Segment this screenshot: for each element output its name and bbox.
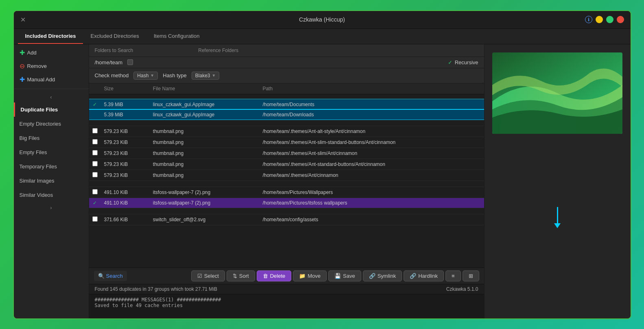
cell-path: /home/team/Downloads: [259, 109, 484, 120]
header-filename: File Name: [150, 83, 260, 94]
cell-size: 579.23 KiB: [101, 170, 150, 181]
table-row[interactable]: 371.66 KiB switch_slider_off@2.svg /home…: [89, 214, 484, 225]
cell-filename: switch_slider_off@2.svg: [150, 214, 260, 225]
sidebar-expand-button[interactable]: ›: [14, 202, 89, 213]
tab-items-configuration[interactable]: Items Configuration: [146, 29, 207, 44]
group-separator-2: [89, 120, 484, 126]
cell-path: /home/team/Pictures/itsfoss wallpapers: [259, 198, 484, 208]
close-icon[interactable]: ✕: [20, 16, 26, 24]
directory-path: /home/team: [95, 59, 123, 65]
row-checkbox[interactable]: [92, 189, 98, 194]
cell-filename: itsfoss-wallpaper-7 (2).png: [150, 198, 260, 208]
sidebar-item-similar-videos[interactable]: Similar Videos: [14, 188, 89, 202]
directory-checkbox[interactable]: [127, 59, 133, 65]
sidebar-collapse-button[interactable]: ‹: [14, 92, 89, 102]
tab-included-directories[interactable]: Included Directories: [18, 29, 83, 44]
cell-filename: linux_czkawk_gui.AppImage: [150, 99, 260, 109]
row-checkbox[interactable]: [92, 150, 98, 155]
cell-size: 491.10 KiB: [101, 198, 150, 208]
sidebar-item-similar-images[interactable]: Similar Images: [14, 174, 89, 188]
sort-button[interactable]: ⇅ Sort: [227, 270, 255, 281]
row-checkbox[interactable]: [92, 172, 98, 177]
remove-icon: ⊖: [20, 62, 25, 70]
cell-filename: thumbnail.png: [150, 159, 260, 170]
cell-filename: itsfoss-wallpaper-7 (2).png: [150, 187, 260, 198]
cell-size: 491.10 KiB: [101, 187, 150, 198]
file-table-container[interactable]: Size File Name Path ✓: [89, 83, 484, 268]
preview-image: [492, 52, 622, 134]
extra-button-2[interactable]: ⊞: [463, 270, 479, 281]
window-title: Czkawka (Hiccup): [299, 16, 345, 23]
cell-path: /home/team/.themes/Ant-standard-buttons/…: [259, 159, 484, 170]
delete-button[interactable]: 🗑 Delete: [257, 270, 292, 281]
recursive-toggle: ✓ Recursive: [448, 59, 478, 65]
row-checkbox[interactable]: [92, 216, 98, 222]
status-message: Found 145 duplicates in 37 groups which …: [95, 286, 218, 292]
checkbox-checked-icon: ✓: [93, 200, 97, 206]
main-content: ✚ Add ⊖ Remove ✚ Manual Add ‹ Duplicate …: [14, 44, 631, 318]
table-row[interactable]: 579.23 KiB thumbnail.png /home/team/.the…: [89, 170, 484, 181]
hash-type-dropdown[interactable]: Blake3 ▼: [192, 72, 220, 80]
row-checkbox[interactable]: [92, 139, 98, 144]
row-checkbox-cell[interactable]: ✓: [89, 99, 101, 109]
table-header-row: Size File Name Path: [89, 83, 484, 94]
window-controls: ℹ: [585, 16, 624, 23]
cell-size: 579.23 KiB: [101, 159, 150, 170]
cell-filename: thumbnail.png: [150, 170, 260, 181]
tab-excluded-directories[interactable]: Excluded Directories: [83, 29, 146, 44]
row-checkbox[interactable]: [92, 128, 98, 133]
reference-folders-label: Reference Folders: [198, 48, 238, 53]
move-button[interactable]: 📁 Move: [293, 270, 327, 281]
directory-header: Folders to Search Reference Folders: [89, 44, 484, 57]
cell-filename: thumbnail.png: [150, 148, 260, 159]
cell-filename: thumbnail.png: [150, 126, 260, 137]
log-line-1: ############### MESSAGES(1) ############…: [95, 297, 478, 303]
cell-size: 371.66 KiB: [101, 214, 150, 225]
cell-path: /home/team/Pictures/Wallpapers: [259, 187, 484, 198]
select-icon: ☑: [197, 273, 202, 279]
close-button[interactable]: [617, 16, 624, 23]
table-row[interactable]: 579.23 KiB thumbnail.png /home/team/.the…: [89, 126, 484, 137]
sidebar-item-empty-directories[interactable]: Empty Directories: [14, 117, 89, 131]
hardlink-button[interactable]: 🔗 Hardlink: [404, 270, 444, 281]
table-row[interactable]: 579.23 KiB thumbnail.png /home/team/.the…: [89, 159, 484, 170]
cell-size: 579.23 KiB: [101, 126, 150, 137]
check-method-dropdown[interactable]: Hash ▼: [133, 72, 158, 80]
status-bar: Found 145 duplicates in 37 groups which …: [89, 284, 484, 294]
sidebar-item-temporary-files[interactable]: Temporary Files: [14, 159, 89, 174]
table-row[interactable]: ✓ 5.39 MiB linux_czkawk_gui.AppImage /ho…: [89, 99, 484, 109]
table-row[interactable]: □ 5.39 MiB linux_czkawk_gui.AppImage /ho…: [89, 109, 484, 120]
select-button[interactable]: ☑ Select: [191, 270, 225, 281]
extra-button-1[interactable]: ≡: [445, 270, 461, 281]
row-checkbox-cell[interactable]: □: [89, 109, 101, 120]
symlink-button[interactable]: 🔗 Symlink: [363, 270, 402, 281]
cell-path: /home/team/.themes/Ant-slim-standard-but…: [259, 137, 484, 148]
check-method-label: Check method: [95, 72, 129, 78]
check-method-bar: Check method Hash ▼ Hash type Blake3 ▼: [89, 68, 484, 83]
add-button[interactable]: ✚ Add: [14, 46, 89, 59]
manual-add-button[interactable]: ✚ Manual Add: [14, 73, 89, 86]
save-button[interactable]: 💾 Save: [328, 270, 361, 281]
add-icon: ✚: [20, 49, 25, 57]
symlink-icon: 🔗: [369, 273, 375, 279]
cell-path: /home/team/.themes/Ant-alt-style/Ant/cin…: [259, 126, 484, 137]
sidebar-item-duplicate-files[interactable]: Duplicate Files: [14, 102, 89, 117]
remove-button[interactable]: ⊖ Remove: [14, 59, 89, 73]
sidebar-divider: [14, 89, 89, 89]
recursive-checkmark: ✓: [448, 59, 452, 65]
header-size: Size: [101, 83, 150, 94]
table-row[interactable]: ✓ 491.10 KiB itsfoss-wallpaper-7 (2).png…: [89, 198, 484, 208]
row-checkbox[interactable]: [92, 161, 98, 166]
cell-size: 5.39 MiB: [101, 99, 150, 109]
minimize-button[interactable]: [596, 16, 603, 23]
table-row[interactable]: 491.10 KiB itsfoss-wallpaper-7 (2).png /…: [89, 187, 484, 198]
sidebar-item-big-files[interactable]: Big Files: [14, 131, 89, 145]
maximize-button[interactable]: [606, 16, 613, 23]
table-row[interactable]: 579.23 KiB thumbnail.png /home/team/.the…: [89, 137, 484, 148]
search-button[interactable]: 🔍 Search: [94, 271, 127, 281]
sidebar-item-empty-files[interactable]: Empty Files: [14, 145, 89, 159]
tab-bar: Included Directories Excluded Directorie…: [14, 29, 631, 44]
info-button[interactable]: ℹ: [585, 16, 592, 23]
table-row[interactable]: 579.23 KiB thumbnail.png /home/team/.the…: [89, 148, 484, 159]
cell-path: /home/team/.themes/Ant-slim/Ant/cinnamon: [259, 148, 484, 159]
